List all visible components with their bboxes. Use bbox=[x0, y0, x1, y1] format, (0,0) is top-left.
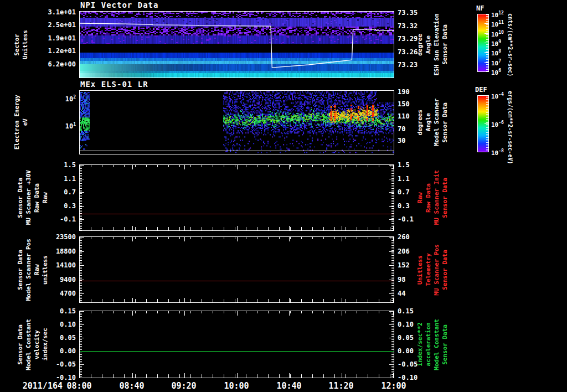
panel1-title: NPI Vector Data bbox=[80, 1, 158, 9]
panel-4-time-major-tick bbox=[184, 298, 185, 302]
panel-4-time-major-tick bbox=[289, 298, 290, 302]
axis-label-line: Sensor Data bbox=[441, 324, 449, 365]
panel-5-time-major-tick bbox=[289, 311, 290, 316]
panel-3-time-major-tick bbox=[289, 226, 290, 230]
colorbar-major-tick bbox=[484, 123, 488, 124]
panel-3-time-major-tick bbox=[80, 165, 80, 169]
panel-4-right-major-tick bbox=[389, 280, 394, 280]
axis-label-line: eV bbox=[22, 118, 29, 126]
panel-2-left-axis-label: Electron EnergyeV bbox=[13, 90, 29, 154]
panel-5-left-major-tick bbox=[80, 364, 84, 365]
axis-label-line: Sensor Data bbox=[441, 178, 449, 218]
panel2-title: MEx ELS-01 LR bbox=[80, 80, 148, 89]
panel-4-data-line bbox=[80, 281, 394, 281]
axis-label-line: Sector bbox=[13, 34, 20, 56]
axis-label-line: Angle bbox=[425, 35, 432, 54]
axis-label-line: Telemetry bbox=[425, 253, 432, 286]
panel-5-right-major-tick bbox=[389, 364, 394, 365]
panel-5-left-major-tick bbox=[80, 378, 84, 378]
panel-5-right-tick-label: 0.05 bbox=[398, 334, 414, 342]
panel-4-time-major-tick bbox=[132, 237, 133, 241]
panel-5-left-major-tick bbox=[80, 324, 84, 325]
panel-2-left-tick-label: 101 bbox=[43, 122, 76, 130]
time-tick-label: 12:00 bbox=[376, 381, 411, 391]
panel-1-left-axis-label: SectorUnitless bbox=[13, 11, 29, 78]
axis-label-line: Sensor Data bbox=[441, 250, 449, 290]
axis-label-line: degree bbox=[416, 34, 424, 56]
panel-3-time-major-tick bbox=[184, 226, 185, 230]
axis-label-line: index/sec**2 bbox=[416, 322, 424, 366]
panel-5-plot-box bbox=[79, 311, 394, 378]
date-label: 2011/164 bbox=[23, 381, 63, 391]
axis-label-line: Raw bbox=[33, 264, 40, 275]
panel-3-plot-box bbox=[79, 164, 394, 231]
panel-3-right-tick-label: 1.5 bbox=[398, 161, 410, 169]
panel-2-right-axis-label: Sensor DataModel ScannerAngledegrees bbox=[416, 90, 449, 154]
colorbar-major-tick bbox=[484, 62, 488, 63]
panel-4-time-major-tick bbox=[132, 298, 133, 302]
panel-2-right-tick-label: 70 bbox=[398, 125, 405, 133]
axis-label-line: Raw Data bbox=[33, 183, 40, 213]
panel-5-time-major-tick bbox=[393, 373, 394, 378]
panel-5-left-major-tick bbox=[80, 311, 84, 312]
axis-label-line: Raw bbox=[42, 192, 49, 203]
panel-3-left-major-tick bbox=[80, 192, 84, 193]
panel-5-time-major-tick bbox=[184, 373, 185, 378]
colorbar-major-tick bbox=[484, 14, 488, 14]
colorbar-tick-label: 1010 bbox=[491, 30, 504, 38]
panel-1-right-tick-label: 73.35 bbox=[398, 9, 417, 17]
axis-label-line: acceleration bbox=[425, 322, 432, 366]
panel-5-time-major-tick bbox=[393, 311, 394, 316]
panel-4-left-major-tick bbox=[80, 237, 84, 238]
axis-label-line: Model Scanner Pos bbox=[25, 239, 32, 301]
axis-label-line: Sensor Data bbox=[17, 178, 24, 218]
panel-3-data-line bbox=[80, 214, 394, 214]
panel-4-time-major-tick bbox=[184, 237, 185, 241]
panel-2-right-tick-label: 110 bbox=[398, 112, 410, 120]
panel-3-left-major-tick bbox=[80, 179, 84, 179]
axis-label-line: Sensor Data bbox=[441, 24, 449, 65]
telemetry-plot-figure: NPI Vector Data MEx ELS-01 LR NF DEF cnt… bbox=[0, 0, 567, 392]
panel-1-left-tick-label: 1.2e+01 bbox=[43, 47, 76, 55]
colorbar-def-units: ergs/(cm**2-sr-sec-eV) bbox=[507, 91, 513, 164]
panel-4-left-major-tick bbox=[80, 265, 84, 266]
axis-label-line: velocity bbox=[33, 330, 40, 359]
panel-5-left-axis-label: Sensor DataModel Constantvelocityindex/s… bbox=[17, 311, 49, 378]
colorbar-tick-label: 107 bbox=[491, 59, 501, 67]
colorbar-major-tick bbox=[484, 43, 488, 43]
panel-4-right-tick-label: 98 bbox=[398, 276, 405, 283]
panel-2-right-tick-label: 150 bbox=[398, 100, 410, 108]
panel-2-left-tick-label: 102 bbox=[43, 95, 76, 103]
panel-5-right-major-tick bbox=[389, 324, 394, 325]
panel-1-left-tick-label: 3.1e+01 bbox=[43, 8, 76, 16]
panel-1-right-axis-label: Sensor DataESH Sun ElevationAngledegree bbox=[416, 11, 449, 78]
panel-4-time-major-tick bbox=[237, 237, 238, 241]
panel-4-time-major-tick bbox=[80, 237, 80, 241]
time-tick-label: 10:40 bbox=[271, 381, 307, 391]
colorbar-nf-title: NF bbox=[476, 4, 484, 12]
axis-label-line: Sensor Data bbox=[17, 250, 24, 290]
panel-4-right-tick-label: 152 bbox=[398, 261, 410, 269]
panel-3-right-major-tick bbox=[389, 192, 394, 193]
colorbar-tick-label: 1012 bbox=[491, 11, 504, 19]
panel-3-right-tick-label: 0.7 bbox=[398, 188, 410, 196]
axis-label-line: degrees bbox=[416, 110, 424, 135]
panel-4-left-major-tick bbox=[80, 280, 84, 280]
panel-2-spectrogram-canvas bbox=[80, 91, 394, 154]
panel-4-time-major-tick bbox=[342, 237, 342, 241]
colorbar-major-tick bbox=[484, 52, 488, 53]
panel-5-time-major-tick bbox=[342, 373, 342, 378]
panel-5-time-major-tick bbox=[184, 311, 185, 316]
panel-5-time-major-tick bbox=[342, 311, 342, 316]
panel-4-left-major-tick bbox=[80, 293, 84, 294]
panel-3-left-major-tick bbox=[80, 206, 84, 207]
panel-5-right-tick-label: -0.10 bbox=[398, 374, 417, 381]
colorbar-tick-label: 108 bbox=[491, 49, 501, 57]
panel-1-left-tick-label: 2.5e+01 bbox=[43, 21, 76, 29]
time-tick-label: 11:20 bbox=[323, 381, 359, 391]
panel-4-time-major-tick bbox=[80, 298, 80, 302]
panel-4-right-major-tick bbox=[389, 251, 394, 252]
axis-label-line: Model Scanner bbox=[433, 99, 440, 146]
panel-4-time-major-tick bbox=[289, 237, 290, 241]
panel-3-time-major-tick bbox=[132, 165, 133, 169]
